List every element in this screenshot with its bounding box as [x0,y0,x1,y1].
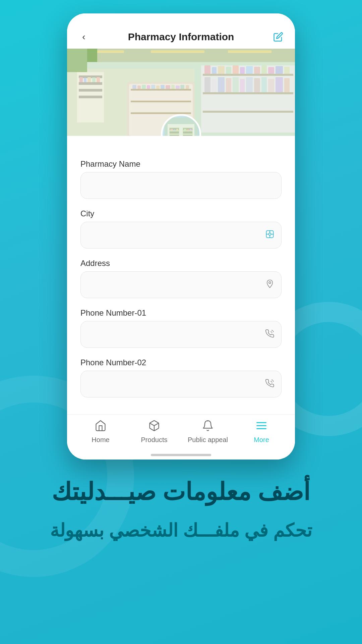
svg-rect-15 [240,67,245,74]
building-icon [265,229,275,241]
arabic-title: أضف معلومات صيـــدليتك [50,476,312,508]
svg-rect-31 [268,79,274,92]
home-bar [151,454,211,456]
pharmacy-name-input-wrapper [80,172,282,199]
location-icon [265,279,275,291]
svg-rect-9 [203,111,293,113]
back-button[interactable]: ‹ [77,30,90,44]
svg-rect-79 [184,129,186,130]
nav-public-appeal-label: Public appeal [188,436,228,444]
nav-more[interactable]: More [235,420,288,444]
svg-rect-38 [79,89,102,92]
svg-rect-80 [187,129,189,130]
svg-rect-74 [183,135,192,136]
city-input[interactable] [87,222,261,248]
svg-rect-25 [226,78,231,92]
address-input[interactable] [87,272,261,298]
svg-rect-37 [79,82,102,85]
phone1-icon [265,329,275,340]
svg-rect-55 [156,86,160,89]
svg-rect-29 [254,78,260,92]
pharmacy-name-label: Pharmacy Name [80,159,282,169]
svg-rect-62 [67,49,87,72]
svg-rect-24 [218,77,225,92]
edit-button[interactable] [272,30,285,44]
svg-rect-13 [226,67,231,74]
svg-rect-57 [166,85,170,89]
svg-rect-50 [132,85,136,89]
svg-rect-8 [203,92,293,94]
svg-point-83 [269,233,271,235]
phone2-input[interactable] [87,371,261,397]
svg-rect-54 [151,85,155,89]
phone1-field-group: Phone Number-01 [80,308,282,348]
arabic-text-section: أضف معلومات صيـــدليتك تحكم في ملفـــك ا… [23,476,339,543]
svg-rect-28 [246,77,253,92]
svg-rect-51 [137,86,141,89]
pharmacy-avatar[interactable]: ✓ [161,114,201,136]
svg-rect-17 [254,67,260,74]
svg-rect-58 [171,85,175,89]
svg-rect-7 [203,74,293,76]
svg-rect-32 [276,77,283,92]
pharmacy-name-input[interactable] [87,172,261,199]
svg-rect-78 [176,129,178,130]
svg-rect-22 [204,77,210,92]
home-nav-icon [95,420,107,434]
phone-notch [147,15,215,25]
phone2-input-wrapper [80,371,282,397]
svg-rect-60 [180,85,184,89]
svg-rect-63 [87,49,97,62]
city-field-group: City [80,209,282,249]
phone1-label: Phone Number-01 [80,308,282,318]
phone-frame: ‹ Pharmacy Information [67,13,295,460]
svg-rect-42 [87,77,91,82]
products-nav-icon [148,420,160,434]
nav-more-label: More [254,436,269,444]
svg-rect-30 [261,77,267,92]
nav-home-label: Home [92,436,109,444]
svg-rect-11 [212,67,217,74]
arabic-subtitle: تحكم في ملفـــك الشخصي بسهولة [50,518,312,543]
svg-rect-27 [240,79,245,92]
svg-rect-77 [174,129,176,130]
page-title: Pharmacy Information [128,31,234,43]
svg-rect-5 [228,50,272,53]
nav-public-appeal[interactable]: Public appeal [181,420,235,444]
status-bar [67,13,295,27]
home-indicator [67,450,295,460]
city-input-wrapper [80,222,282,249]
nav-products[interactable]: Products [127,420,181,444]
pharmacy-hero-image: ✓ [67,49,295,136]
phone1-input-wrapper [80,321,282,348]
svg-rect-41 [84,78,86,82]
svg-rect-12 [218,66,225,74]
phone1-input[interactable] [87,321,261,347]
bottom-navigation: Home Products Public appeal [67,414,295,450]
svg-rect-73 [183,131,192,133]
svg-rect-44 [97,77,100,82]
svg-rect-47 [131,89,191,91]
pharmacy-name-field-group: Pharmacy Name [80,159,282,199]
svg-rect-56 [161,85,165,89]
public-appeal-nav-icon [202,420,214,434]
avatar-image [161,114,201,136]
svg-rect-23 [212,79,217,92]
svg-rect-81 [190,129,192,130]
svg-rect-39 [79,96,102,98]
svg-rect-43 [92,77,96,82]
city-label: City [80,209,282,218]
svg-point-88 [269,281,271,283]
avatar-pharmacy-icon [164,117,198,136]
address-input-wrapper [80,271,282,298]
svg-rect-40 [79,77,83,82]
nav-products-label: Products [141,436,168,444]
more-nav-icon [255,420,267,434]
svg-rect-70 [170,135,179,136]
svg-rect-4 [151,50,204,53]
svg-rect-59 [176,86,180,89]
svg-rect-52 [142,85,146,89]
nav-home[interactable]: Home [74,420,127,444]
svg-rect-20 [276,66,283,74]
svg-rect-14 [233,65,239,74]
